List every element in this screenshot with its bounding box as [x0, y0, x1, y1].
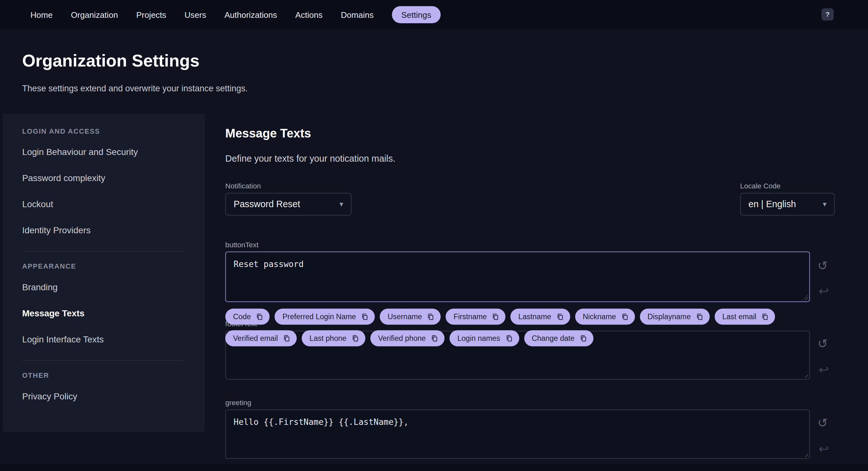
- chips-row-2: Verified email Last phone Verified phone…: [225, 330, 818, 346]
- chip-verified-phone[interactable]: Verified phone: [370, 330, 445, 346]
- buttontext-textarea-wrap: Reset password: [225, 252, 810, 302]
- nav-users[interactable]: Users: [184, 6, 206, 23]
- chip-code[interactable]: Code: [225, 309, 270, 325]
- clipboard-icon: [696, 313, 703, 321]
- sidebar-item-message-texts[interactable]: Message Texts: [22, 307, 187, 320]
- nav-organization[interactable]: Organization: [71, 6, 118, 23]
- chip-firstname[interactable]: Firstname: [446, 309, 505, 325]
- clipboard-icon: [621, 313, 628, 321]
- sidebar-item-login-interface-texts[interactable]: Login Interface Texts: [22, 333, 187, 346]
- chip-login-names[interactable]: Login names: [450, 330, 519, 346]
- undo-icon[interactable]: ↩: [817, 363, 831, 377]
- chip-label: Username: [388, 313, 422, 321]
- buttontext-textarea[interactable]: Reset password: [225, 252, 810, 302]
- chip-last-phone[interactable]: Last phone: [302, 330, 365, 346]
- chip-lastname[interactable]: Lastname: [510, 309, 570, 325]
- clipboard-icon: [762, 313, 769, 321]
- sidebar-section-login-access: LOGIN AND ACCESS: [22, 127, 187, 135]
- greeting-textarea[interactable]: Hello {{.FirstName}} {{.LastName}},: [225, 410, 810, 459]
- sidebar-divider: [22, 360, 184, 361]
- clipboard-icon: [427, 313, 435, 321]
- chip-label: Last phone: [309, 334, 346, 343]
- undo-icon[interactable]: ↩: [817, 443, 831, 456]
- clipboard-icon: [256, 313, 264, 321]
- chip-label: Verified email: [233, 334, 278, 343]
- settings-sidebar: LOGIN AND ACCESS Login Behaviour and Sec…: [3, 114, 205, 432]
- chip-label: Change date: [532, 334, 575, 343]
- chip-label: Code: [233, 313, 251, 321]
- locale-select-value: en | English: [748, 199, 796, 209]
- notification-select-value: Password Reset: [234, 199, 300, 209]
- sidebar-item-lockout[interactable]: Lockout: [22, 198, 187, 210]
- chips-row-1: Code Preferred Login Name Username First…: [225, 309, 818, 325]
- nav-home[interactable]: Home: [31, 6, 53, 23]
- placeholder-chips: Code Preferred Login Name Username First…: [225, 309, 818, 352]
- chip-displayname[interactable]: Displayname: [640, 309, 709, 325]
- help-button[interactable]: ?: [822, 8, 834, 20]
- chip-verified-email[interactable]: Verified email: [225, 330, 297, 346]
- chip-label: Last email: [722, 313, 756, 321]
- history-icon[interactable]: ↺: [816, 259, 829, 273]
- chip-preferred-login-name[interactable]: Preferred Login Name: [275, 309, 375, 325]
- notification-label: Notification: [225, 182, 261, 190]
- chip-label: Nickname: [583, 313, 616, 321]
- greeting-textarea-wrap: Hello {{.FirstName}} {{.LastName}},: [225, 410, 810, 459]
- sidebar-item-branding[interactable]: Branding: [22, 281, 187, 293]
- history-icon[interactable]: ↺: [816, 337, 829, 351]
- section-title: Message Texts: [225, 126, 311, 141]
- clipboard-icon: [580, 334, 587, 342]
- bottom-strip: [0, 464, 868, 471]
- chip-nickname[interactable]: Nickname: [575, 309, 634, 325]
- sidebar-item-login-behaviour[interactable]: Login Behaviour and Security: [22, 146, 187, 158]
- sidebar-section-appearance: APPEARANCE: [22, 263, 187, 270]
- locale-label: Locale Code: [740, 182, 781, 190]
- history-icon[interactable]: ↺: [816, 417, 829, 430]
- chip-label: Preferred Login Name: [282, 313, 356, 321]
- clipboard-icon: [556, 313, 564, 321]
- buttontext-label: buttonText: [225, 241, 258, 249]
- clipboard-icon: [505, 334, 513, 342]
- sidebar-item-privacy-policy[interactable]: Privacy Policy: [22, 390, 187, 403]
- clipboard-icon: [351, 334, 359, 342]
- clipboard-icon: [492, 313, 499, 321]
- chip-label: Login names: [457, 334, 500, 343]
- sidebar-divider: [22, 251, 184, 252]
- sidebar-item-password-complexity[interactable]: Password complexity: [22, 172, 187, 184]
- chip-label: Verified phone: [378, 334, 426, 343]
- greeting-label: greeting: [225, 399, 251, 407]
- top-nav: Home Organization Projects Users Authori…: [0, 0, 868, 29]
- sidebar-section-other: OTHER: [22, 372, 187, 379]
- notification-select[interactable]: Password Reset ▾: [225, 193, 352, 215]
- app-window: Home Organization Projects Users Authori…: [0, 0, 868, 471]
- locale-select[interactable]: en | English ▾: [740, 193, 835, 215]
- nav-projects[interactable]: Projects: [136, 6, 166, 23]
- nav-settings[interactable]: Settings: [392, 6, 441, 23]
- chip-last-email[interactable]: Last email: [714, 309, 775, 325]
- chip-label: Lastname: [518, 313, 551, 321]
- chip-label: Displayname: [648, 313, 691, 321]
- section-description: Define your texts for your notication ma…: [225, 153, 396, 164]
- nav-domains[interactable]: Domains: [341, 6, 374, 23]
- nav-items: Home Organization Projects Users Authori…: [31, 6, 441, 23]
- undo-icon[interactable]: ↩: [817, 285, 831, 298]
- chip-username[interactable]: Username: [380, 309, 441, 325]
- chip-label: Firstname: [454, 313, 487, 321]
- chevron-down-icon: ▾: [340, 200, 343, 208]
- chevron-down-icon: ▾: [823, 200, 826, 208]
- sidebar-item-identity-providers[interactable]: Identity Providers: [22, 224, 187, 236]
- nav-authorizations[interactable]: Authorizations: [224, 6, 277, 23]
- clipboard-icon: [283, 334, 290, 342]
- chip-change-date[interactable]: Change date: [524, 330, 593, 346]
- page-title: Organization Settings: [22, 51, 200, 71]
- page-subtitle: These settings extend and overwrite your…: [22, 84, 248, 94]
- clipboard-icon: [431, 334, 438, 342]
- nav-actions[interactable]: Actions: [296, 6, 323, 23]
- clipboard-icon: [361, 313, 369, 321]
